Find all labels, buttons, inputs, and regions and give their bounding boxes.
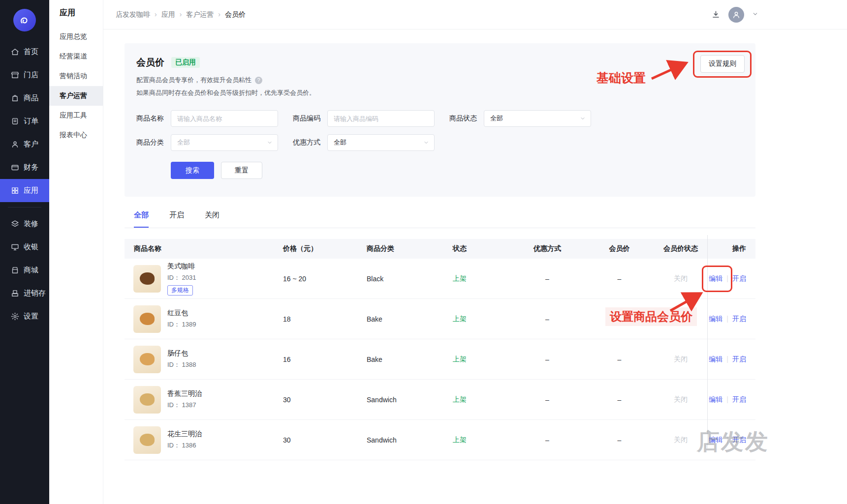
sidebar-item-apps[interactable]: 应用 [0,179,49,202]
filters: 商品名称 商品编码 商品状态 全部 [136,110,745,179]
tab-disabled[interactable]: 关闭 [205,209,220,228]
product-id: ID： 1387 [167,401,202,410]
sidebar-item-finance[interactable]: 财务 [0,156,49,179]
category-cell: Sandwich [367,396,453,404]
primary-sidebar: 首页 门店 商品 订单 客户 财务 [0,0,49,504]
filter-product-category: 商品分类 全部 [136,134,278,151]
enable-link[interactable]: 开启 [732,315,746,323]
sidebar-item-cashier[interactable]: 收银 [0,236,49,259]
product-name: 香蕉三明治 [167,389,202,398]
food-blob [140,272,155,285]
breadcrumb-item[interactable]: 客户运营 [175,10,214,19]
sidebar-item-customers[interactable]: 客户 [0,133,49,156]
card-icon [11,163,19,172]
topbar: 店发发咖啡 应用 客户运营 会员价 [103,0,847,30]
product-category-select[interactable]: 全部 [171,134,278,151]
submenu-item-customer-ops[interactable]: 客户运营 [49,86,103,106]
submenu-item-tools[interactable]: 应用工具 [49,106,103,125]
tab-all[interactable]: 全部 [134,209,149,228]
annotation-box-edit-link [702,266,732,292]
status-cell: 上架 [453,436,511,445]
product-status-select[interactable]: 全部 [484,110,591,127]
bag-icon [11,94,19,102]
annotation-basic-settings: 基础设置 [596,70,646,86]
chevron-down-icon [423,140,429,146]
main: 会员价 已启用 配置商品会员专享价，有效提升会员粘性 ? 如果商品同时存在会员价… [125,30,755,460]
monitor-icon [11,243,19,251]
enable-link[interactable]: 开启 [732,355,746,363]
sidebar-item-label: 客户 [24,140,38,149]
help-icon[interactable]: ? [255,77,262,84]
breadcrumb-item[interactable]: 应用 [150,10,175,19]
sidebar-item-label: 设置 [24,312,38,321]
status-tabs: 全部 开启 关闭 [125,209,755,228]
sidebar-item-orders[interactable]: 订单 [0,110,49,133]
sidebar-item-store[interactable]: 门店 [0,63,49,87]
sidebar-item-mall[interactable]: 商城 [0,259,49,282]
reset-button[interactable]: 重置 [221,162,262,179]
gear-icon [11,312,19,321]
shop-icon [11,266,19,274]
breadcrumb-item-current: 会员价 [214,10,246,19]
sidebar-item-settings[interactable]: 设置 [0,305,49,328]
submenu-item-channels[interactable]: 经营渠道 [49,47,103,66]
sidebar-item-home[interactable]: 首页 [0,40,49,63]
discount-type-select[interactable]: 全部 [327,134,435,151]
product-name: 红豆包 [167,309,196,318]
topbar-right [711,7,758,23]
status-cell: 上架 [453,395,511,404]
actions-cell: 编辑|开启 [706,355,755,364]
annotation-box-rules-button [693,51,752,78]
download-icon[interactable] [711,10,721,19]
sidebar-item-goods[interactable]: 商品 [0,87,49,110]
edit-link[interactable]: 编辑 [709,395,722,403]
product-cell: 美式咖啡 ID： 2031 多规格 [125,262,283,296]
sidebar-item-label: 财务 [24,163,38,172]
avatar[interactable] [728,7,744,23]
category-cell: Bake [367,315,453,323]
filter-label: 商品编码 [293,114,327,123]
col-header: 状态 [453,244,511,253]
sidebar-item-label: 进销存 [24,289,46,298]
panel-description-1: 配置商品会员专享价，有效提升会员粘性 ? [136,76,745,85]
filter-product-code: 商品编码 [293,110,435,127]
product-image [133,386,161,414]
filter-discount-type: 优惠方式 全部 [293,134,435,151]
status-cell: 上架 [453,355,511,364]
enable-link[interactable]: 开启 [732,274,746,282]
tab-enabled[interactable]: 开启 [169,209,184,228]
filter-buttons: 搜索 重置 [171,162,745,179]
price-cell: 16 [283,356,367,363]
enabled-badge: 已启用 [171,57,200,68]
panel-description-2: 如果商品同时存在会员价和会员等级折扣时，优先享受会员价。 [136,89,745,97]
status-cell: 上架 [453,315,511,324]
submenu-item-marketing[interactable]: 营销活动 [49,66,103,86]
description-text: 配置商品会员专享价，有效提升会员粘性 [136,76,251,85]
filter-label: 优惠方式 [293,138,327,147]
submenu-item-reports[interactable]: 报表中心 [49,125,103,145]
person-icon [11,140,19,148]
product-cell: 花生三明治 ID： 1386 [125,426,283,454]
layers-icon [11,220,19,228]
enable-link[interactable]: 开启 [732,395,746,403]
price-cell: 30 [283,396,367,404]
search-button[interactable]: 搜索 [171,162,214,179]
breadcrumb-item[interactable]: 店发发咖啡 [116,10,150,19]
sidebar-item-inventory[interactable]: 进销存 [0,282,49,305]
edit-link[interactable]: 编辑 [709,355,722,363]
store-icon [11,71,19,79]
chevron-down-icon[interactable] [752,10,758,19]
sidebar-item-label: 收银 [24,242,38,252]
sidebar-item-label: 订单 [24,117,38,126]
col-header: 优惠方式 [511,244,584,253]
category-cell: Bake [367,356,453,363]
submenu-item-overview[interactable]: 应用总览 [49,27,103,47]
edit-link[interactable]: 编辑 [709,315,722,323]
filter-row-2: 商品分类 全部 优惠方式 全部 [136,134,745,151]
sidebar-item-decorate[interactable]: 装修 [0,212,49,236]
food-blob [140,353,155,365]
product-code-input[interactable] [327,110,435,127]
filter-label: 商品状态 [449,114,484,123]
product-name: 花生三明治 [167,430,202,439]
product-name-input[interactable] [171,110,278,127]
